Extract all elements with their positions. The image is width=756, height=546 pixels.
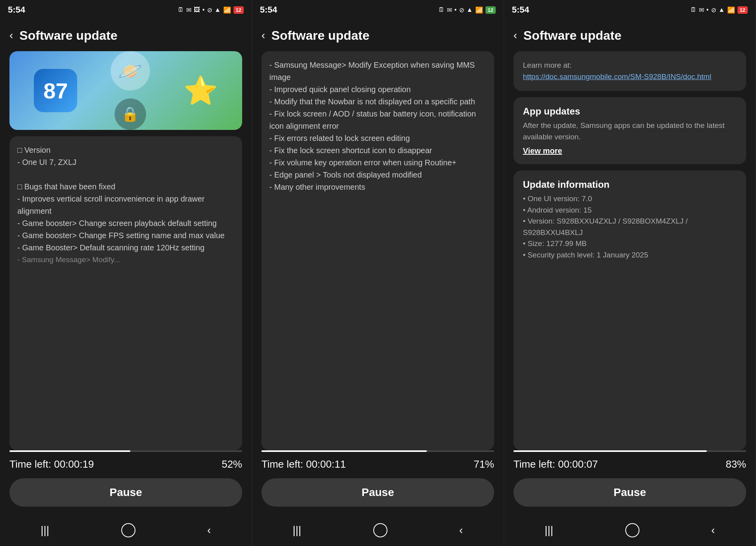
- update-android-version: • Android version: 15: [523, 205, 737, 216]
- fix-7: - Fix volume key operation error when us…: [269, 157, 486, 169]
- update-ui-version: • One UI version: 7.0: [523, 193, 737, 205]
- changelog-text-2: - Samsung Message> Modify Exception when…: [269, 59, 486, 193]
- fix-3: - Modify that the Nowbar is not displaye…: [269, 96, 486, 108]
- pause-button-3[interactable]: Pause: [513, 478, 746, 507]
- progress-track-3: [513, 450, 746, 452]
- mute-icon-2: ⊘: [459, 6, 464, 14]
- progress-track-1: [9, 450, 242, 452]
- update-version-string: • Version: S928BXXU4ZXLJ / S928BOXM4ZXLJ…: [523, 216, 737, 238]
- wifi-icon-1: ▲: [215, 6, 221, 13]
- back-button-3[interactable]: ‹: [513, 29, 517, 42]
- time-left-3: Time left: 00:00:07: [513, 458, 598, 470]
- app-updates-text: After the update, Samsung apps can be up…: [523, 120, 737, 143]
- bug-1: - Improves vertical scroll inconvenience…: [17, 193, 234, 217]
- star-icon-1: ⭐: [183, 74, 218, 107]
- photo-icon-1: 🖼: [194, 6, 200, 13]
- pause-btn-area-3: Pause: [504, 478, 756, 515]
- notification-icon-1: 🗓: [178, 6, 184, 13]
- signal-icon-2: 📶: [475, 6, 483, 14]
- view-more-link[interactable]: View more: [523, 146, 737, 155]
- pause-btn-area-2: Pause: [252, 478, 504, 515]
- wifi-icon-2: ▲: [467, 6, 473, 13]
- nav-home-2[interactable]: [373, 523, 387, 537]
- update-info-title: Update information: [523, 179, 737, 190]
- pause-button-1[interactable]: Pause: [9, 478, 242, 507]
- nav-bar-1: ||| ‹: [0, 515, 252, 546]
- progress-track-2: [261, 450, 494, 452]
- learn-more-box: Learn more at: https://doc.samsungmobile…: [513, 51, 746, 91]
- content-box-1: □ Version - One UI 7, ZXLJ □ Bugs that h…: [9, 136, 242, 450]
- update-info-items: • One UI version: 7.0 • Android version:…: [523, 193, 737, 261]
- fix-2: - Improved quick panel closing operation: [269, 83, 486, 96]
- update-security-patch: • Security patch level: 1 January 2025: [523, 250, 737, 261]
- fix-5: - Fix errors related to lock screen edit…: [269, 132, 486, 144]
- status-bar-3: 5:54 🗓 ✉ • ⊘ ▲ 📶 12: [504, 0, 756, 20]
- notification-icon-3: 🗓: [690, 6, 697, 13]
- back-button-1[interactable]: ‹: [9, 29, 13, 42]
- progress-info-3: Time left: 00:00:07 83%: [513, 458, 746, 470]
- nav-recent-3[interactable]: |||: [535, 520, 563, 540]
- update-size: • Size: 1277.99 MB: [523, 238, 737, 250]
- pause-button-2[interactable]: Pause: [261, 478, 494, 507]
- version-header: □ Version: [17, 144, 234, 156]
- pause-btn-area-1: Pause: [0, 478, 252, 515]
- fix-6: - Fix the lock screen shortcut icon to d…: [269, 144, 486, 157]
- percent-2: 71%: [474, 458, 494, 470]
- time-left-2: Time left: 00:00:11: [261, 458, 346, 470]
- content-area-3: Learn more at: https://doc.samsungmobile…: [504, 51, 756, 450]
- phone-panel-1: 5:54 🗓 ✉ 🖼 • ⊘ ▲ 📶 12 ‹ Software update …: [0, 0, 252, 546]
- status-icons-3: 🗓 ✉ • ⊘ ▲ 📶 12: [690, 6, 748, 14]
- page-header-3: ‹ Software update: [504, 20, 756, 51]
- learn-more-url[interactable]: https://doc.samsungmobile.com/SM-S928B/I…: [523, 71, 737, 83]
- nav-bar-2: ||| ‹: [252, 515, 504, 546]
- bug-5-fade: - Samsung Message> Modify...: [17, 254, 234, 265]
- nav-bar-3: ||| ‹: [504, 515, 756, 546]
- progress-info-1: Time left: 00:00:19 52%: [9, 458, 242, 470]
- status-icons-1: 🗓 ✉ 🖼 • ⊘ ▲ 📶 12: [178, 6, 244, 14]
- progress-fill-3: [513, 450, 707, 452]
- percent-1: 52%: [222, 458, 242, 470]
- signal-icon-3: 📶: [727, 6, 735, 14]
- app-updates-box: App updates After the update, Samsung ap…: [513, 97, 746, 164]
- back-button-2[interactable]: ‹: [261, 29, 265, 42]
- battery-badge-3: 12: [737, 6, 748, 14]
- page-title-1: Software update: [19, 28, 117, 43]
- status-bar-1: 5:54 🗓 ✉ 🖼 • ⊘ ▲ 📶 12: [0, 0, 252, 20]
- wifi-icon-3: ▲: [719, 6, 725, 13]
- fix-1: - Samsung Message> Modify Exception when…: [269, 59, 486, 83]
- nav-back-3[interactable]: ‹: [702, 520, 724, 540]
- progress-area-2: Time left: 00:00:11 71%: [252, 450, 504, 478]
- status-time-1: 5:54: [8, 5, 25, 15]
- content-box-2: - Samsung Message> Modify Exception when…: [261, 51, 494, 450]
- content-area-1: 87 🪐 🔒 ⭐ □ Version - One UI 7, ZXLJ □ Bu…: [0, 51, 252, 450]
- status-icons-2: 🗓 ✉ • ⊘ ▲ 📶 12: [438, 6, 496, 14]
- progress-fill-1: [9, 450, 130, 452]
- page-header-2: ‹ Software update: [252, 20, 504, 51]
- mute-icon-3: ⊘: [711, 6, 716, 14]
- phone-panel-3: 5:54 🗓 ✉ • ⊘ ▲ 📶 12 ‹ Software update Le…: [504, 0, 756, 546]
- signal-icon-1: 📶: [223, 6, 231, 14]
- nav-recent-2[interactable]: |||: [283, 520, 311, 540]
- dot-icon-3: •: [706, 6, 709, 13]
- bugs-header: □ Bugs that have been fixed: [17, 181, 234, 193]
- nav-home-3[interactable]: [625, 523, 639, 537]
- nav-back-1[interactable]: ‹: [198, 520, 220, 540]
- planet-icon-1: 🪐: [111, 51, 150, 91]
- nav-recent-1[interactable]: |||: [31, 520, 59, 540]
- app-image-1: 87 🪐 🔒 ⭐: [9, 51, 242, 130]
- dot-icon-1: •: [202, 6, 205, 13]
- battery-badge-1: 12: [233, 6, 244, 14]
- nav-home-1[interactable]: [121, 523, 135, 537]
- mute-icon-1: ⊘: [207, 6, 212, 14]
- bug-3: - Game booster> Change FPS setting name …: [17, 230, 234, 242]
- phone-panel-2: 5:54 🗓 ✉ • ⊘ ▲ 📶 12 ‹ Software update - …: [252, 0, 504, 546]
- mail-icon-1: ✉: [186, 6, 191, 14]
- progress-info-2: Time left: 00:00:11 71%: [261, 458, 494, 470]
- fix-9: - Many other improvements: [269, 181, 486, 193]
- status-time-3: 5:54: [512, 5, 529, 15]
- progress-fill-2: [261, 450, 427, 452]
- changelog-text-1: □ Version - One UI 7, ZXLJ □ Bugs that h…: [17, 144, 234, 265]
- nav-back-2[interactable]: ‹: [450, 520, 472, 540]
- bug-4: - Game Booster> Default scanning rate 12…: [17, 242, 234, 254]
- lock-icon-1: 🔒: [115, 98, 146, 130]
